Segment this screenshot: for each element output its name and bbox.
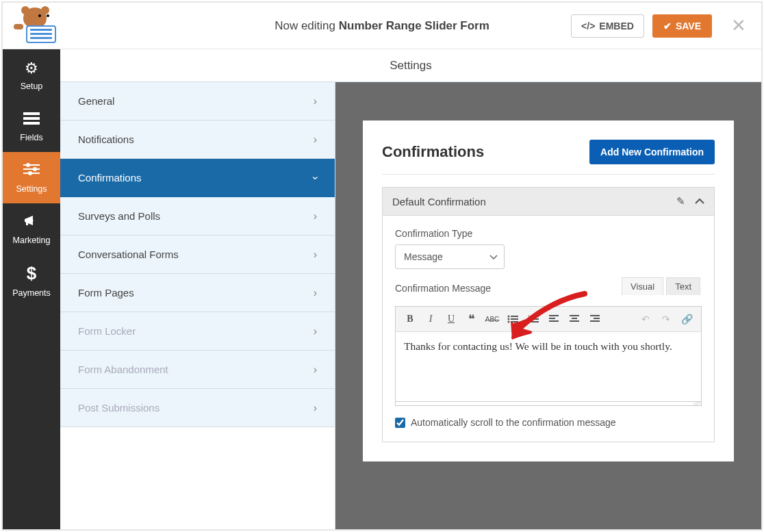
collapse-icon[interactable] [695, 195, 704, 207]
auto-scroll-checkbox[interactable] [395, 418, 405, 428]
bullhorn-icon [23, 214, 40, 231]
editor-tab-text[interactable]: Text [666, 277, 700, 295]
auto-scroll-label: Automatically scroll to the confirmation… [411, 417, 616, 428]
form-name: Number Range Slider Form [339, 19, 489, 32]
bold-button[interactable]: B [401, 310, 419, 328]
editor-tab-visual[interactable]: Visual [622, 277, 663, 295]
nav-fields[interactable]: Fields [3, 101, 60, 152]
settings-item-abandonment[interactable]: Form Abandonment › [60, 351, 335, 389]
svg-rect-19 [531, 318, 539, 320]
edit-icon[interactable]: ✎ [676, 195, 685, 207]
settings-surveys-label: Surveys and Polls [78, 210, 160, 222]
settings-item-formlocker[interactable]: Form Locker › [60, 312, 335, 351]
chevron-right-icon: › [314, 364, 317, 376]
italic-button[interactable]: I [422, 310, 440, 328]
settings-item-postsubmissions[interactable]: Post Submissions › [60, 389, 335, 427]
quote-button[interactable]: ❝ [463, 310, 481, 328]
chevron-right-icon: › [314, 325, 317, 338]
settings-formpages-label: Form Pages [78, 287, 134, 299]
vertical-nav: ⚙ Setup Fields Settings Marketing [3, 49, 60, 529]
dollar-icon: $ [27, 263, 36, 284]
chevron-down-icon: › [309, 176, 321, 179]
settings-confirmations-label: Confirmations [78, 172, 142, 183]
settings-notifications-label: Notifications [78, 134, 134, 145]
settings-item-notifications[interactable]: Notifications › [60, 121, 335, 159]
nav-settings-label: Settings [16, 184, 47, 194]
svg-rect-22 [549, 315, 559, 316]
chevron-right-icon: › [314, 210, 317, 223]
svg-rect-23 [549, 318, 555, 319]
embed-label: EMBED [599, 21, 634, 31]
nav-payments-label: Payments [12, 288, 51, 298]
save-button[interactable]: ✔ SAVE [652, 14, 712, 38]
embed-button[interactable]: </> EMBED [571, 14, 644, 38]
chevron-right-icon: › [314, 402, 317, 414]
add-new-confirmation-button[interactable]: Add New Confirmation [589, 140, 715, 164]
bullet-list-button[interactable] [504, 310, 522, 328]
settings-header: Settings [60, 49, 761, 82]
save-label: SAVE [676, 21, 701, 31]
nav-fields-label: Fields [20, 133, 42, 142]
editing-label: Now editing Number Range Slider Form [275, 19, 489, 33]
editor-resize-handle[interactable] [395, 402, 702, 406]
confirmation-header[interactable]: Default Confirmation ✎ [383, 188, 714, 216]
code-icon: </> [581, 21, 595, 31]
align-right-button[interactable] [586, 310, 604, 328]
svg-rect-15 [511, 321, 518, 322]
confirmation-block: Default Confirmation ✎ Confirmation Type [382, 187, 715, 442]
numbered-list-button[interactable]: 123 [524, 310, 542, 328]
underline-button[interactable]: U [442, 310, 460, 328]
settings-sidebar: General › Notifications › Confirmations … [60, 49, 335, 529]
svg-text:3: 3 [528, 320, 530, 323]
svg-rect-26 [572, 318, 577, 319]
settings-abandonment-label: Form Abandonment [78, 364, 168, 375]
chevron-right-icon: › [314, 134, 317, 146]
panel-title: Confirmations [382, 143, 484, 161]
align-center-button[interactable] [565, 310, 583, 328]
svg-rect-27 [570, 320, 579, 322]
redo-button[interactable]: ↷ [657, 310, 675, 328]
svg-rect-0 [23, 112, 40, 115]
svg-point-14 [508, 321, 510, 323]
svg-rect-28 [590, 315, 600, 316]
confirmation-type-label: Confirmation Type [395, 228, 702, 239]
settings-item-confirmations[interactable]: Confirmations › [60, 159, 335, 197]
nav-marketing[interactable]: Marketing [3, 203, 60, 255]
editing-prefix: Now editing [275, 19, 339, 32]
svg-rect-17 [531, 316, 539, 317]
align-left-button[interactable] [545, 310, 563, 328]
topbar: Now editing Number Range Slider Form </>… [3, 3, 761, 49]
svg-rect-13 [511, 318, 518, 320]
close-button[interactable]: ✕ [727, 15, 750, 36]
nav-setup[interactable]: ⚙ Setup [3, 49, 60, 101]
confirmation-type-select[interactable]: Message [395, 244, 505, 269]
settings-item-general[interactable]: General › [60, 82, 335, 121]
svg-point-4 [26, 163, 30, 167]
svg-point-12 [508, 318, 510, 320]
svg-rect-25 [570, 315, 579, 316]
undo-button[interactable]: ↶ [637, 310, 654, 328]
svg-rect-29 [594, 318, 600, 319]
main-content: Confirmations Add New Confirmation Defau… [335, 82, 761, 529]
nav-payments[interactable]: $ Payments [3, 255, 60, 306]
svg-rect-1 [23, 117, 40, 120]
sliders-icon [23, 162, 40, 180]
list-icon [23, 111, 40, 129]
confirmation-message-editor[interactable]: Thanks for contacting us! We will be in … [395, 332, 702, 402]
svg-point-6 [33, 167, 37, 171]
strikethrough-button[interactable]: ABC [483, 310, 501, 328]
nav-marketing-label: Marketing [13, 236, 51, 245]
app-logo [14, 8, 62, 45]
link-button[interactable]: 🔗 [678, 310, 696, 328]
settings-formlocker-label: Form Locker [78, 325, 136, 337]
editor-toolbar: B I U ❝ ABC 123 [395, 306, 702, 332]
settings-item-conversational[interactable]: Conversational Forms › [60, 236, 335, 274]
nav-setup-label: Setup [21, 81, 43, 91]
confirmations-panel: Confirmations Add New Confirmation Defau… [363, 121, 734, 461]
auto-scroll-row[interactable]: Automatically scroll to the confirmation… [395, 417, 702, 428]
settings-item-formpages[interactable]: Form Pages › [60, 274, 335, 312]
chevron-right-icon: › [314, 249, 317, 261]
settings-item-surveys[interactable]: Surveys and Polls › [60, 197, 335, 236]
nav-settings[interactable]: Settings [3, 152, 60, 203]
chevron-right-icon: › [314, 95, 317, 107]
